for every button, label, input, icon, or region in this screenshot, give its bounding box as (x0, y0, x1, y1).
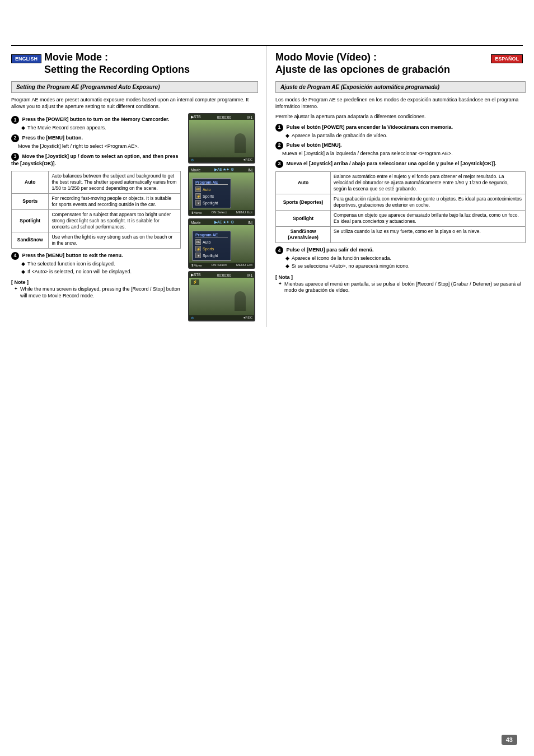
page: ENGLISH Movie Mode : Setting the Recordi… (0, 0, 534, 756)
step-1-bullet: The Movie Record screen appears. (21, 125, 181, 132)
left-column: ENGLISH Movie Mode : Setting the Recordi… (0, 46, 267, 327)
page-number: 43 (502, 735, 517, 745)
table-row: Auto Balance automático entre el sujeto … (276, 171, 526, 194)
content-with-screenshots: 1 Press the [POWER] button to turn on th… (11, 113, 258, 321)
right-opt-name-sports: Sports (Deportes) (276, 194, 331, 211)
note-box: [ Note ] While the menu screen is displa… (11, 279, 181, 299)
step-2: 2 Press the [MENU] button. (11, 134, 181, 142)
table-row: Sand/Snow (Arena/Nieve) Se utiliza cuand… (276, 227, 526, 243)
steps-area: 1 Press the [POWER] button to turn on th… (11, 113, 181, 321)
right-note-box: [ Nota ] Mientras aparece el menú en pan… (275, 274, 526, 294)
right-opt-name-sandsnow: Sand/Snow (Arena/Nieve) (276, 227, 331, 243)
cam-bottom-3: ⬆MoveON SelectMENU Exit (189, 263, 254, 268)
cam-screen-2: Movie▶AE ★✦ ⚙IN| Program AE AE Auto ⚡ (188, 166, 255, 216)
cam-screen-3: Movie▶AE ★✦ ⚙IN| Program AE AE Auto ⚡ (188, 218, 255, 269)
right-title: Modo Movie (Vídeo) : Ajuste de las opcio… (275, 52, 450, 76)
opt-desc-sports: For recording fast-moving people or obje… (49, 193, 181, 209)
opt-desc-auto: Auto balances between the subject and ba… (49, 171, 181, 193)
cam-bar-3: Movie▶AE ★✦ ⚙IN| (189, 220, 254, 225)
right-step-2: 2 Pulse el botón [MENU]. (275, 142, 526, 150)
step-2-sub: Move the [Joystick] left / right to sele… (18, 143, 181, 150)
step-4: 4 Press the [MENU] button to exit the me… (11, 252, 181, 260)
screenshot-1-row: ▶STB00:00:00M1 ⚙●REC (188, 113, 255, 164)
right-options-table: Auto Balance automático entre el sujeto … (275, 171, 526, 243)
right-opt-name-spotlight: Spotlight (276, 211, 331, 227)
right-step-4-bullet-2: Si se selecciona <Auto>, no aparecerá ni… (285, 263, 526, 270)
screenshot-2-row: Movie▶AE ★✦ ⚙IN| Program AE AE Auto ⚡ (188, 166, 255, 216)
main-columns: ENGLISH Movie Mode : Setting the Recordi… (0, 46, 534, 327)
right-note-item: Mientras aparece el menú en pantalla, si… (278, 281, 526, 294)
screenshots-column: ▶STB00:00:00M1 ⚙●REC (185, 113, 258, 321)
note-title: [ Note ] (11, 279, 181, 285)
right-intro: Los modos de Program AE se predefinen en… (275, 96, 526, 110)
cam-screen-1: ▶STB00:00:00M1 ⚙●REC (188, 113, 255, 164)
opt-name-spotlight: Spotlight (12, 209, 49, 232)
step-1: 1 Press the [POWER] button to turn on th… (11, 116, 181, 124)
step-4-bullet-2: If <Auto> is selected, no icon will be d… (21, 269, 181, 276)
right-step-2-sub: Mueva el [Joystick] a la izquierda / der… (282, 151, 526, 157)
table-row: Spotlight Compensa un objeto que aparece… (276, 211, 526, 227)
screenshot-4-row: ▶STB00:00:00M1 ⚡ ⚙●REC (188, 271, 255, 321)
cam-bottom-1: ⚙●REC (189, 157, 254, 162)
options-table: Auto Auto balances between the subject a… (11, 171, 181, 249)
right-column: Modo Movie (Vídeo) : Ajuste de las opcio… (267, 46, 534, 327)
table-row: Sand/Snow Use when the light is very str… (12, 232, 181, 248)
right-step-3: 3 Mueva el [Joystick] arriba / abajo par… (275, 160, 526, 168)
table-row: Auto Auto balances between the subject a… (12, 171, 181, 193)
cam-menu-3: Program AE AE Auto ⚡ Sports ☀ Spotlight (192, 231, 231, 261)
cam-bottom-2: ⬆MoveON SelectMENU Exit (189, 210, 254, 215)
right-opt-desc-sandsnow: Se utiliza cuando la luz es muy fuerte, … (331, 227, 526, 243)
cam-screen-4: ▶STB00:00:00M1 ⚡ ⚙●REC (188, 271, 255, 321)
opt-name-sandsnow: Sand/Snow (12, 232, 49, 248)
opt-name-sports: Sports (12, 193, 49, 209)
opt-name-auto: Auto (12, 171, 49, 193)
right-opt-desc-auto: Balance automático entre el sujeto y el … (331, 171, 526, 194)
cam-bottom-4: ⚙●REC (189, 315, 254, 320)
table-row: Sports (Deportes) Para grabación rápida … (276, 194, 526, 211)
cam-inner-2: Program AE AE Auto ⚡ Sports ☀ Spotlight (189, 172, 254, 210)
right-step-4-bullet-1: Aparece el icono de la función seleccion… (285, 255, 526, 262)
right-intro2: Permite ajustar la apertura para adaptar… (275, 113, 526, 120)
step-3: 3 Move the [Joystick] up / down to selec… (11, 153, 181, 167)
right-opt-name-auto: Auto (276, 171, 331, 194)
cam-bar-1: ▶STB00:00:00M1 (189, 114, 254, 120)
right-note-title: [ Nota ] (275, 274, 526, 280)
english-badge: ENGLISH (11, 54, 41, 63)
right-step-4: 4 Pulse el [MENU] para salir del menú. (275, 246, 526, 254)
left-subsection: Setting the Program AE (Programmed Auto … (11, 81, 258, 93)
opt-desc-sandsnow: Use when the light is very strong such a… (49, 232, 181, 248)
cam-bar-4: ▶STB00:00:00M1 (189, 272, 254, 278)
right-step-1-bullet: Aparece la pantalla de grabación de víde… (285, 133, 526, 139)
cam-inner-4: ⚡ (189, 278, 254, 315)
right-subsection: Ajuste de Program AE (Exposición automát… (275, 81, 526, 93)
table-row: Spotlight Compensates for a subject that… (12, 209, 181, 232)
espanol-badge: ESPAÑOL (491, 54, 523, 63)
step-4-bullet-1: The selected function icon is displayed. (21, 261, 181, 268)
cam-inner-1 (189, 120, 254, 157)
table-row: Sports For recording fast-moving people … (12, 193, 181, 209)
screenshot-3-row: Movie▶AE ★✦ ⚙IN| Program AE AE Auto ⚡ (188, 218, 255, 269)
left-title: Movie Mode : Setting the Recording Optio… (44, 52, 190, 76)
right-step-1: 1 Pulse el botón [POWER] para encender l… (275, 124, 526, 132)
opt-desc-spotlight: Compensates for a subject that appears t… (49, 209, 181, 232)
cam-bar-2: Movie▶AE ★✦ ⚙IN| (189, 167, 254, 172)
cam-inner-3: Program AE AE Auto ⚡ Sports ☀ Spotlight (189, 225, 254, 263)
cam-menu-2: Program AE AE Auto ⚡ Sports ☀ Spotlight (192, 178, 231, 208)
note-item: While the menu screen is displayed, pres… (14, 286, 181, 299)
right-opt-desc-spotlight: Compensa un objeto que aparece demasiado… (331, 211, 526, 227)
left-intro: Program AE modes are preset automatic ex… (11, 96, 258, 110)
right-opt-desc-sports: Para grabación rápida con movimiento de … (331, 194, 526, 211)
